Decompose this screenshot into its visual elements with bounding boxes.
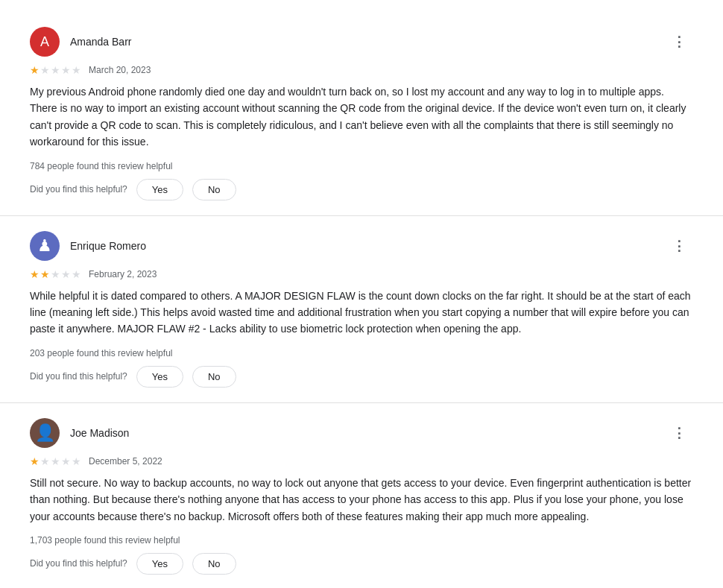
empty-star: ★ xyxy=(72,455,81,467)
review-card-1: A Amanda Barr ⋮ ★★★★★ March 20, 2023 My … xyxy=(0,12,723,216)
empty-star: ★ xyxy=(61,268,71,280)
filled-star: ★ xyxy=(30,455,40,467)
review-header: A Amanda Barr ⋮ xyxy=(30,27,693,57)
more-options-button[interactable]: ⋮ xyxy=(666,422,693,444)
rating-date-row: ★★★★★ December 5, 2022 xyxy=(30,455,693,467)
reviewer-name: Enrique Romero xyxy=(70,240,146,252)
empty-star: ★ xyxy=(51,64,60,76)
more-options-button[interactable]: ⋮ xyxy=(666,31,693,53)
more-options-icon: ⋮ xyxy=(672,425,687,441)
more-options-icon: ⋮ xyxy=(672,238,687,254)
empty-star: ★ xyxy=(61,64,71,76)
reviewer-info: 👤 Joe Madison xyxy=(30,418,129,448)
more-options-button[interactable]: ⋮ xyxy=(666,235,693,257)
review-body: Still not secure. No way to backup accou… xyxy=(30,475,693,525)
filled-star: ★ xyxy=(30,268,40,280)
reviewer-name: Joe Madison xyxy=(70,427,129,439)
rating-date-row: ★★★★★ March 20, 2023 xyxy=(30,64,693,76)
helpful-question-row: Did you find this helpful? Yes No xyxy=(30,553,693,575)
empty-star: ★ xyxy=(51,455,60,467)
helpful-yes-button[interactable]: Yes xyxy=(136,553,183,575)
star-rating: ★★★★★ xyxy=(30,64,81,76)
helpful-count: 203 people found this review helpful xyxy=(30,348,693,358)
helpful-count: 784 people found this review helpful xyxy=(30,161,693,171)
reviews-container: A Amanda Barr ⋮ ★★★★★ March 20, 2023 My … xyxy=(0,0,723,588)
star-rating: ★★★★★ xyxy=(30,268,81,280)
helpful-question-row: Did you find this helpful? Yes No xyxy=(30,366,693,388)
review-body: My previous Android phone randomly died … xyxy=(30,83,693,151)
review-card-3: 👤 Joe Madison ⋮ ★★★★★ December 5, 2022 S… xyxy=(0,403,723,588)
helpful-no-button[interactable]: No xyxy=(192,553,236,575)
empty-star: ★ xyxy=(51,268,60,280)
review-date: March 20, 2023 xyxy=(89,65,151,75)
reviewer-name: Amanda Barr xyxy=(70,36,131,48)
review-card-2: ♟ Enrique Romero ⋮ ★★★★★ February 2, 202… xyxy=(0,216,723,403)
empty-star: ★ xyxy=(61,455,71,467)
empty-star: ★ xyxy=(72,64,81,76)
helpful-question-label: Did you find this helpful? xyxy=(30,184,127,195)
avatar: A xyxy=(30,27,60,57)
helpful-question-label: Did you find this helpful? xyxy=(30,371,127,382)
helpful-question-row: Did you find this helpful? Yes No xyxy=(30,179,693,200)
reviewer-info: A Amanda Barr xyxy=(30,27,131,57)
review-date: December 5, 2022 xyxy=(89,456,162,467)
helpful-yes-button[interactable]: Yes xyxy=(136,179,183,200)
empty-star: ★ xyxy=(72,268,81,280)
helpful-yes-button[interactable]: Yes xyxy=(136,366,183,388)
empty-star: ★ xyxy=(40,455,50,467)
more-options-icon: ⋮ xyxy=(672,34,687,50)
helpful-no-button[interactable]: No xyxy=(192,179,236,200)
reviewer-info: ♟ Enrique Romero xyxy=(30,231,146,261)
filled-star: ★ xyxy=(40,268,50,280)
review-header: 👤 Joe Madison ⋮ xyxy=(30,418,693,448)
helpful-count: 1,703 people found this review helpful xyxy=(30,535,693,546)
helpful-question-label: Did you find this helpful? xyxy=(30,558,127,569)
avatar: 👤 xyxy=(30,418,60,448)
review-header: ♟ Enrique Romero ⋮ xyxy=(30,231,693,261)
empty-star: ★ xyxy=(40,64,50,76)
review-date: February 2, 2023 xyxy=(89,269,157,279)
star-rating: ★★★★★ xyxy=(30,455,81,467)
avatar: ♟ xyxy=(30,231,60,261)
review-body: While helpful it is dated compared to ot… xyxy=(30,288,693,338)
helpful-no-button[interactable]: No xyxy=(192,366,236,388)
filled-star: ★ xyxy=(30,64,40,76)
rating-date-row: ★★★★★ February 2, 2023 xyxy=(30,268,693,280)
